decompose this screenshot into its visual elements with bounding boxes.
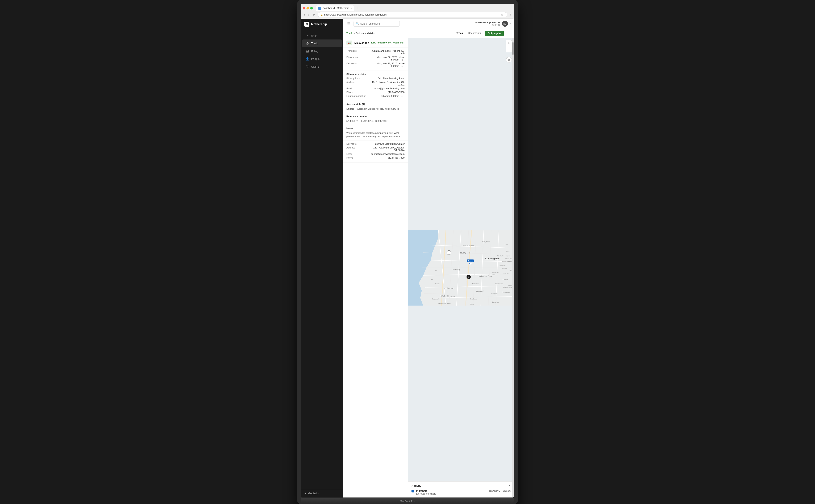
activity-info: In transit En-route to delivery — [416, 490, 485, 495]
browser-tab[interactable]: Dashboard | Mothership × — [316, 5, 354, 11]
sidebar-item-claims[interactable]: 🛡 Claims — [302, 63, 342, 70]
bookmark-icon[interactable]: ☆ — [501, 13, 505, 16]
svg-text:Hollywood: Hollywood — [482, 241, 490, 243]
activity-status-dot — [411, 490, 414, 492]
url-input[interactable]: 🔒 https://dashboard.mothership.com/track… — [318, 12, 507, 17]
map-controls[interactable]: + − — [506, 40, 512, 52]
sidebar-item-billing[interactable]: ▤ Billing — [302, 47, 342, 55]
logo-text: Mothership — [311, 22, 327, 26]
people-icon: 👤 — [306, 57, 309, 60]
close-window-button[interactable] — [303, 7, 305, 9]
svg-text:Westmont: Westmont — [472, 283, 479, 285]
left-panel: 🚛 MS1234567 ETA Tomorrow by 3:00pm PST T… — [343, 38, 408, 497]
top-bar: ☰ 🔍 American Supplies Co. Kathy S. DC ▾ — [343, 19, 514, 29]
transit-section: Transit by Juan B. and Sons Trucking (33… — [343, 47, 408, 71]
top-bar-right: American Supplies Co. Kathy S. DC ▾ — [475, 21, 511, 27]
sidebar-logo: M Mothership — [301, 19, 343, 30]
map-scroll-thumb[interactable] — [512, 42, 514, 55]
sidebar-item-label-billing: Billing — [311, 50, 318, 53]
svg-text:Commerce: Commerce — [499, 265, 506, 267]
svg-text:Los Angeles: Los Angeles — [485, 257, 500, 260]
map-scrollbar[interactable] — [512, 38, 514, 497]
activity-status: In transit — [416, 490, 485, 492]
deliver-email-label: Email — [346, 153, 369, 155]
sidebar-item-ship[interactable]: ≡ Ship — [302, 32, 342, 39]
svg-text:Venice: Venice — [435, 283, 440, 285]
ship-again-button[interactable]: Ship again — [485, 31, 504, 36]
logo-icon: M — [304, 22, 309, 27]
help-button[interactable]: ✦ Get help — [304, 492, 340, 495]
browser-menu-button[interactable]: ⋮ — [509, 13, 512, 16]
eta-badge: ETA Tomorrow by 3:00pm PST — [371, 41, 405, 44]
deliver-phone-row: Phone (123) 456-7890 — [346, 156, 405, 159]
tab-documents[interactable]: Documents — [465, 31, 483, 36]
deliver-email-row: Email dennis@burrowsdistcenter.com — [346, 153, 405, 155]
app-layout: M Mothership ≡ Ship ◎ Track ▤ Billing — [301, 19, 514, 497]
search-icon: 🔍 — [356, 22, 359, 25]
breadcrumb-track-link[interactable]: Track — [346, 32, 353, 35]
pickup-date-value: Mon, Nov 27, 2020 before 5:00pm PST — [369, 56, 405, 61]
avatar[interactable]: DC — [502, 21, 508, 27]
svg-text:·ica: ·ica — [435, 269, 437, 271]
map-area[interactable]: Hollywood West Hollywood Beverly Hills L… — [408, 38, 514, 497]
email-label: Email — [346, 87, 369, 90]
deliver-date-label: Deliver on — [346, 62, 369, 65]
help-label: Get help — [308, 492, 318, 495]
sidebar-item-label-track: Track — [311, 42, 318, 45]
pickup-from-label: Pick-up from — [346, 77, 369, 80]
svg-text:Moneta: Moneta — [451, 296, 456, 298]
activity-item: In transit En-route to delivery Today No… — [411, 490, 511, 495]
sidebar-item-track[interactable]: ◎ Track — [302, 39, 342, 47]
tab-track[interactable]: Track — [454, 31, 465, 36]
company-name: American Supplies Co. — [475, 21, 500, 24]
svg-text:Hollydale: Hollydale — [491, 293, 498, 295]
maximize-window-button[interactable] — [310, 7, 313, 9]
track-icon: ◎ — [306, 42, 309, 45]
details-section-title: Shipment details — [346, 73, 405, 75]
tab-close-button[interactable]: × — [351, 7, 352, 9]
zoom-in-button[interactable]: + — [506, 40, 512, 46]
tab-title: Dashboard | Mothership — [322, 7, 349, 10]
svg-text:Paramount: Paramount — [502, 291, 510, 293]
reference-title: Reference number — [346, 115, 405, 118]
svg-text:Bell: Bell — [492, 274, 495, 276]
pickup-from-row: Pick-up from G.L. Manufacturing Plant — [346, 77, 405, 80]
browser-chrome: Dashboard | Mothership × + ‹ › ↻ 🔒 https… — [301, 4, 514, 19]
account-dropdown-arrow[interactable]: ▾ — [510, 23, 511, 25]
content-area: 🚛 MS1234567 ETA Tomorrow by 3:00pm PST T… — [343, 38, 514, 497]
svg-text:Monterey Park: Monterey Park — [502, 260, 513, 262]
activity-panel: Activity ∧ In transit En-route to delive… — [408, 481, 514, 497]
sidebar-item-people[interactable]: 👤 People — [302, 55, 342, 63]
compass-button[interactable]: ⊕ — [506, 57, 512, 63]
sidebar-item-label-ship: Ship — [311, 34, 317, 37]
sidebar: M Mothership ≡ Ship ◎ Track ▤ Billing — [301, 19, 343, 497]
address-label: Address — [346, 81, 369, 83]
billing-icon: ▤ — [306, 49, 309, 53]
zoom-out-button[interactable]: − — [506, 46, 512, 52]
notes-text: We recommended steel toes during your vi… — [346, 131, 405, 138]
tab-bar: Track Documents — [454, 31, 483, 36]
address-row: Address 1313 Hiyama Dr, Anaheim, CA 9280… — [346, 81, 405, 86]
back-button[interactable]: ‹ — [303, 13, 306, 17]
hamburger-menu-button[interactable]: ☰ — [346, 21, 351, 27]
refresh-button[interactable]: ↻ — [312, 13, 316, 17]
map-svg: Hollywood West Hollywood Beverly Hills L… — [408, 38, 514, 497]
shipment-header: 🚛 MS1234567 ETA Tomorrow by 3:00pm PST — [343, 38, 408, 47]
sidebar-nav: ≡ Ship ◎ Track ▤ Billing 👤 People — [301, 30, 343, 489]
svg-text:Hawthorne: Hawthorne — [440, 295, 449, 297]
breadcrumb-current: Shipment details — [356, 32, 375, 35]
search-input[interactable] — [360, 22, 390, 25]
new-tab-button[interactable]: + — [355, 5, 360, 11]
svg-text:Downey: Downey — [502, 278, 508, 280]
forward-button[interactable]: › — [308, 13, 310, 17]
activity-collapse-button[interactable]: ∧ — [509, 484, 511, 487]
more-options-button[interactable]: ··· — [505, 31, 511, 36]
minimize-window-button[interactable] — [306, 7, 309, 9]
user-name: Kathy S. — [475, 24, 500, 26]
svg-text:↑: ↑ — [448, 252, 450, 254]
search-bar[interactable]: 🔍 — [354, 21, 400, 27]
activity-header: Activity ∧ — [411, 484, 511, 487]
transit-value: Juan B. and Sons Trucking (33 mi) — [369, 50, 405, 55]
deliver-address-row: Address 1377 Oakleigh Drive, Atlanta, GA… — [346, 146, 405, 151]
tab-documents-label: Documents — [468, 32, 481, 35]
